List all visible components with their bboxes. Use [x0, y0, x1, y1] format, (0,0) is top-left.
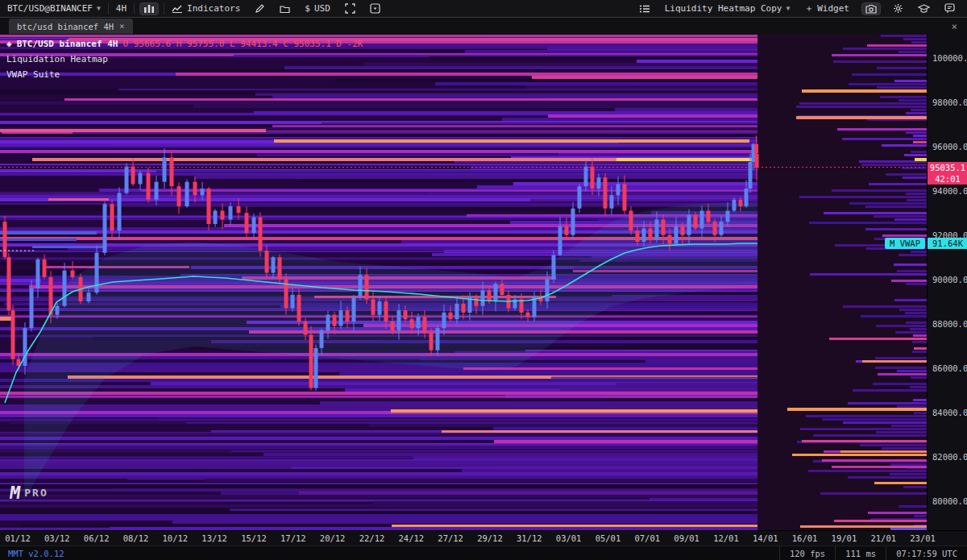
time-tick: 17/12	[280, 533, 306, 543]
latency-indicator: 111 ms	[835, 546, 886, 560]
tab-strip: btc/usd binancef 4H × ×	[0, 19, 967, 34]
indicators-label: Indicators	[187, 3, 240, 14]
tab-label: btc/usd binancef 4H	[17, 22, 114, 31]
chart-canvas[interactable]: ◈ BTC/USD binancef 4H O 95665.6 H 95755.…	[0, 34, 927, 530]
time-tick: 23/01	[910, 533, 936, 543]
price-axis[interactable]: 95035.1 42:01 91.64K 100000.098000.09600…	[927, 34, 967, 530]
chevron-down-icon: ▼	[97, 5, 101, 12]
strip-close-icon[interactable]: ×	[952, 21, 957, 32]
draw-button[interactable]	[247, 0, 272, 17]
chart-type-button[interactable]	[139, 2, 159, 15]
feedback-button[interactable]	[937, 0, 962, 17]
timeframe-selector[interactable]: 4H	[109, 0, 134, 17]
toolbar-left-group: BTC/USD@BINANCEF ▼ 4H Indicators	[0, 0, 388, 17]
time-tick: 21/01	[870, 533, 896, 543]
tutorials-button[interactable]	[911, 0, 937, 17]
chat-icon	[944, 3, 955, 14]
settings-button[interactable]	[886, 0, 911, 17]
time-tick: 16/01	[792, 533, 818, 543]
tab-btcusd-binancef[interactable]: btc/usd binancef 4H ×	[9, 19, 133, 34]
currency-label: USD	[314, 3, 330, 14]
fullscreen-icon	[345, 3, 355, 14]
time-tick: 13/12	[201, 533, 227, 543]
candle-countdown-label: 42:01	[928, 173, 967, 185]
symbol-selector[interactable]: BTC/USD@BINANCEF ▼	[0, 0, 108, 17]
currency-selector[interactable]: $ USD	[297, 0, 338, 17]
time-tick: 10/12	[163, 533, 189, 543]
panel-toggle-button[interactable]	[363, 0, 388, 17]
fps-indicator: 120 fps	[779, 546, 835, 560]
time-tick: 29/12	[477, 533, 503, 543]
panel-caret-icon	[370, 3, 380, 14]
price-tick: 98000.0	[932, 97, 967, 107]
time-tick: 03/12	[44, 533, 70, 543]
clock-utc: 07:17:59 UTC	[886, 546, 967, 560]
layouts-button[interactable]	[272, 0, 297, 17]
time-tick: 22/12	[359, 533, 385, 543]
plus-icon: ＋	[804, 2, 813, 15]
time-tick: 27/12	[438, 533, 463, 543]
app-version[interactable]: MMT v2.0.12	[0, 549, 73, 558]
graduation-cap-icon	[918, 4, 930, 14]
time-tick: 31/12	[517, 533, 542, 543]
legend-liquidation-heatmap[interactable]: Liquidation Heatmap	[6, 52, 363, 67]
price-tick: 80000.0	[932, 496, 967, 506]
price-tick: 82000.0	[932, 452, 967, 462]
divider	[134, 3, 135, 15]
time-tick: 03/01	[556, 533, 582, 543]
time-tick: 08/12	[123, 533, 149, 543]
price-tick: 90000.0	[932, 275, 967, 284]
heatmap-candles-plot	[0, 34, 927, 530]
time-tick: 14/01	[753, 533, 778, 543]
time-tick: 19/01	[832, 533, 857, 543]
list-icon	[639, 4, 650, 14]
folder-icon	[280, 4, 290, 14]
time-tick: 12/01	[713, 533, 739, 543]
indicators-button[interactable]: Indicators	[164, 0, 247, 17]
status-bar: MMT v2.0.12 120 fps 111 ms 07:17:59 UTC	[0, 545, 967, 560]
add-widget-button[interactable]: ＋ Widget	[797, 0, 857, 17]
legend-title: BTC/USD binancef 4H	[17, 37, 118, 52]
symbol-label: BTC/USD@BINANCEF	[7, 3, 93, 14]
widget-label: Widget	[817, 3, 849, 14]
top-toolbar: BTC/USD@BINANCEF ▼ 4H Indicators	[0, 0, 967, 18]
legend-vwap-suite[interactable]: VWAP Suite	[6, 68, 363, 82]
candlestick-icon	[143, 4, 155, 14]
pencil-icon	[255, 3, 265, 14]
legend-symbol-row[interactable]: ◈ BTC/USD binancef 4H O 95665.6 H 95755.…	[6, 37, 363, 52]
gear-icon	[893, 3, 903, 14]
legend-row-label: Liquidation Heatmap	[6, 52, 108, 67]
fullscreen-button[interactable]	[338, 0, 363, 17]
price-tick: 100000.0	[932, 53, 967, 63]
time-tick: 07/01	[634, 533, 660, 543]
chart-stage: ◈ BTC/USD binancef 4H O 95665.6 H 95755.…	[0, 34, 967, 530]
camera-icon	[865, 4, 877, 14]
legend-row-label: VWAP Suite	[6, 68, 60, 82]
time-axis[interactable]: 01/1203/1206/1208/1210/1213/1215/1217/12…	[0, 530, 967, 545]
chevron-down-icon: ▼	[786, 5, 790, 12]
status-right-group: 120 fps 111 ms 07:17:59 UTC	[779, 546, 967, 560]
vwap-price-label: 91.64K	[928, 238, 967, 249]
price-tick: 84000.0	[932, 408, 967, 417]
tab-close-icon[interactable]: ×	[119, 21, 125, 31]
time-tick: 09/01	[674, 533, 699, 543]
price-tick: 86000.0	[932, 363, 967, 373]
price-tick: 96000.0	[932, 142, 967, 151]
legend-ohlc-values: O 95665.6 H 95755.0 L 94413.4 C 95035.1 …	[122, 37, 363, 52]
time-tick: 01/12	[5, 533, 31, 543]
screenshot-button[interactable]	[861, 2, 881, 15]
price-tick: 94000.0	[932, 186, 967, 196]
chart-legend: ◈ BTC/USD binancef 4H O 95665.6 H 95755.…	[6, 37, 363, 82]
price-tick: 88000.0	[932, 319, 967, 329]
layout-selector-label: Liquidity Heatmap Copy	[665, 3, 782, 14]
diamond-logo-icon: ◈	[6, 37, 12, 52]
layout-selector[interactable]: Liquidity Heatmap Copy ▼	[658, 0, 798, 17]
time-tick: 20/12	[320, 533, 346, 543]
time-tick: 15/12	[241, 533, 267, 543]
time-tick: 05/01	[596, 533, 621, 543]
vwap-line-badge[interactable]: M VWAP	[885, 238, 925, 249]
line-chart-icon	[172, 4, 183, 13]
watchlist-button[interactable]	[632, 0, 658, 17]
watermark-logo: M PRO	[10, 483, 48, 503]
logo-m-glyph: M	[8, 483, 21, 503]
